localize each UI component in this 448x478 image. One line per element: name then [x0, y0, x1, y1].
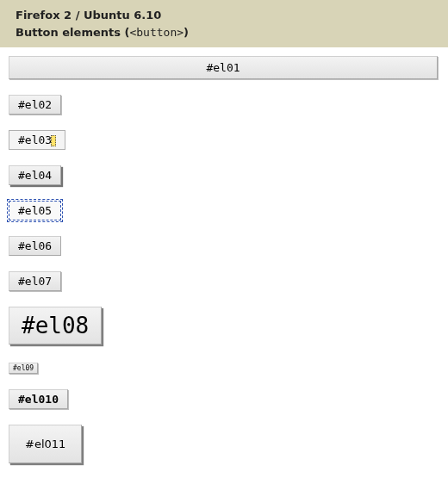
env-label: Firefox 2 / Ubuntu 6.10	[16, 7, 432, 24]
button-el05[interactable]: #el05	[9, 201, 61, 220]
button-el06[interactable]: #el06	[9, 236, 61, 256]
button-el07[interactable]: #el07	[9, 271, 61, 291]
button-el09[interactable]: #el09	[9, 363, 38, 374]
title-prefix: Button elements (	[16, 26, 129, 39]
content-area: #el01 #el02 #el03 #el04 #el05 #el06 #el0…	[0, 47, 448, 478]
page-header: Firefox 2 / Ubuntu 6.10 Button elements …	[0, 0, 448, 47]
button-el010[interactable]: #el010	[9, 389, 68, 409]
text-cursor-icon	[51, 135, 56, 146]
button-el02[interactable]: #el02	[9, 95, 61, 115]
button-el011[interactable]: #el011	[9, 425, 82, 463]
button-el03-label: #el03	[18, 133, 52, 146]
title-suffix: )	[184, 26, 189, 39]
button-el01[interactable]: #el01	[9, 56, 438, 79]
button-el08[interactable]: #el08	[9, 307, 102, 345]
button-el04[interactable]: #el04	[9, 165, 61, 185]
button-el03[interactable]: #el03	[9, 130, 65, 150]
page-title: Button elements (<button>)	[16, 24, 432, 41]
title-code: <button>	[129, 26, 184, 39]
